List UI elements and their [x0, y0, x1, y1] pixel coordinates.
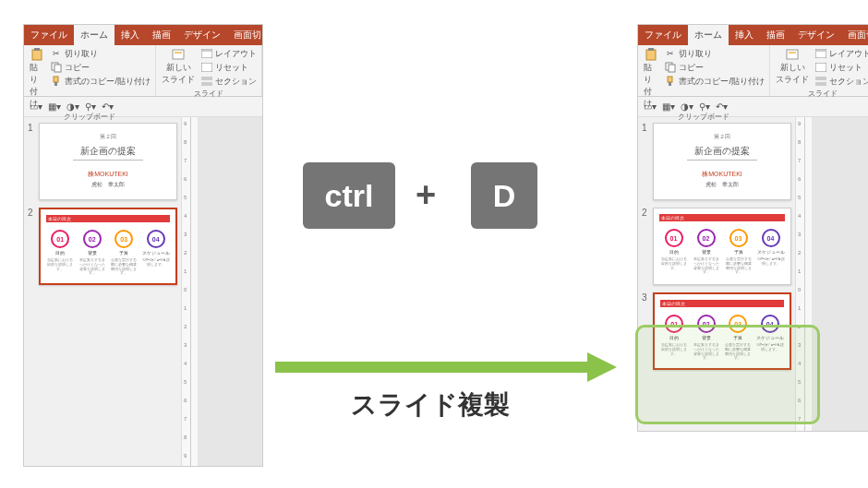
paste-button[interactable]: 貼り付け — [28, 47, 46, 111]
svg-rect-24 — [815, 77, 826, 80]
highlight-duplicated-slide — [635, 325, 820, 424]
svg-rect-7 — [175, 52, 182, 54]
agenda-text: 本提案をするきっかけとなった背景を説明します。 — [693, 257, 720, 275]
slide-2-preview: 本日の目次 01目的当提案における目的を説明します。 02背景本提案をするきっか… — [653, 208, 791, 285]
svg-rect-5 — [54, 82, 57, 86]
layout-icon — [200, 47, 213, 60]
scissors-icon: ✂ — [50, 47, 63, 60]
thumbnail-2[interactable]: 2 本日の目次 01目的当提案における目的を説明します。 02背景本提案をするき… — [28, 208, 177, 285]
layout-button[interactable]: レイアウト — [814, 47, 868, 60]
svg-rect-11 — [201, 77, 212, 80]
section-label: セクション — [829, 76, 868, 88]
ruler-tick: 7 — [798, 158, 801, 163]
paste-label: 貼り付け — [30, 62, 44, 110]
reset-button[interactable]: リセット — [814, 61, 868, 74]
slide1-small: 第２回 — [654, 133, 790, 141]
section-button[interactable]: セクション — [814, 75, 868, 88]
agenda-text: ﾏｽﾀｰｽｹｼﾞｭｰﾙを説明します。 — [142, 258, 170, 268]
cut-label: 切り取り — [65, 48, 98, 60]
thumb-number: 1 — [642, 123, 649, 200]
copy-label: コピー — [679, 62, 704, 74]
svg-rect-9 — [202, 50, 211, 52]
section-button[interactable]: セクション — [199, 75, 258, 88]
ruler-tick: 7 — [184, 158, 187, 163]
agenda-label: 目的 — [55, 250, 65, 256]
paste-icon — [645, 48, 657, 61]
tab-transition[interactable]: 画面切り替え — [227, 25, 295, 45]
cut-button[interactable]: ✂切り取り — [663, 47, 766, 60]
agenda-label: 予算 — [734, 249, 743, 255]
powerpoint-window-before: ファイル ホーム 挿入 描画 デザイン 画面切り替え 貼り付け ✂切り取り コピ… — [23, 24, 263, 467]
ribbon-tabs: ファイル ホーム 挿入 描画 デザイン 画面切り替え — [638, 25, 868, 45]
new-slide-button[interactable]: 新しい スライド — [160, 47, 197, 87]
new-slide-label: 新しい スライド — [776, 62, 809, 86]
reset-icon — [200, 61, 213, 74]
copy-button[interactable]: コピー — [49, 61, 151, 74]
ruler-tick: 9 — [184, 453, 187, 458]
tab-design[interactable]: デザイン — [791, 25, 841, 45]
tab-draw[interactable]: 描画 — [146, 25, 177, 45]
tab-design[interactable]: デザイン — [177, 25, 227, 45]
svg-rect-23 — [815, 63, 826, 72]
agenda-text: 企画を実行する際に必要な概算費用を説明します。 — [725, 257, 753, 275]
ribbon-group-slides: 新しい スライド レイアウト リセット セクション スライド — [156, 45, 262, 96]
ribbon-group-clipboard: 貼り付け ✂切り取り コピー 書式のコピー/貼り付け クリップボード — [638, 45, 770, 96]
agenda-label: 背景 — [88, 250, 97, 256]
layout-button[interactable]: レイアウト — [199, 47, 258, 60]
svg-rect-13 — [646, 50, 656, 60]
tab-file[interactable]: ファイル — [24, 25, 74, 45]
agenda-num: 01 — [51, 230, 69, 248]
thumb-number: 1 — [28, 123, 35, 200]
format-painter-button[interactable]: 書式のコピー/貼り付け — [663, 75, 766, 88]
ruler-tick: 7 — [184, 416, 187, 422]
agenda-bar: 本日の目次 — [660, 300, 784, 307]
slide-2-preview: 本日の目次 01目的当提案における目的を説明します。 02背景本提案をするきっか… — [39, 208, 177, 285]
svg-rect-6 — [173, 50, 184, 59]
tab-insert[interactable]: 挿入 — [115, 25, 146, 45]
agenda-text: 当提案における目的を説明します。 — [660, 257, 688, 270]
section-label: セクション — [215, 76, 257, 88]
thumbnail-1[interactable]: 1 第２回 新企画の提案 株MOKUTEKI 虎松 幸太郎 — [642, 123, 791, 200]
agenda-label: スケジュール — [142, 250, 170, 256]
tab-draw[interactable]: 描画 — [760, 25, 791, 45]
svg-rect-25 — [815, 82, 826, 86]
scissors-icon: ✂ — [664, 47, 677, 60]
paste-button[interactable]: 貼り付け — [642, 47, 660, 111]
agenda-bar: 本日の目次 — [659, 214, 785, 221]
ribbon-group-slides: 新しい スライド レイアウト リセット セクション スライド — [770, 45, 868, 96]
copy-button[interactable]: コピー — [663, 61, 766, 74]
thumbnail-1[interactable]: 1 第２回 新企画の提案 株MOKUTEKI 虎松 幸太郎 — [28, 123, 177, 200]
new-slide-icon — [172, 48, 185, 61]
reset-button[interactable]: リセット — [199, 61, 258, 74]
clipboard-group-label: クリップボード — [642, 111, 766, 122]
svg-rect-16 — [669, 65, 675, 72]
tab-file[interactable]: ファイル — [638, 25, 688, 45]
tab-home[interactable]: ホーム — [74, 25, 115, 45]
format-painter-button[interactable]: 書式のコピー/貼り付け — [49, 75, 151, 88]
agenda-num: 03 — [115, 230, 133, 248]
tab-transition[interactable]: 画面切り替え — [841, 25, 868, 45]
agenda-label: 目的 — [669, 249, 679, 255]
thumbnail-2[interactable]: 2 本日の目次 01目的当提案における目的を説明します。 02背景本提案をするき… — [642, 208, 791, 285]
svg-rect-18 — [669, 82, 671, 86]
agenda-num: 01 — [665, 229, 683, 247]
cut-button[interactable]: ✂切り取り — [49, 47, 151, 60]
new-slide-button[interactable]: 新しい スライド — [774, 47, 811, 87]
svg-rect-0 — [32, 50, 42, 60]
reset-label: リセット — [829, 62, 862, 74]
ruler-tick: 2 — [184, 250, 187, 256]
new-slide-label: 新しい スライド — [162, 62, 195, 86]
tab-insert[interactable]: 挿入 — [729, 25, 760, 45]
agenda-label: スケジュール — [757, 249, 785, 255]
slide1-title: 新企画の提案 — [73, 145, 143, 161]
agenda-items: 01目的当提案における目的を説明します。 02背景本提案をするきっかけとなった背… — [44, 230, 172, 276]
svg-rect-19 — [787, 50, 798, 59]
tab-home[interactable]: ホーム — [688, 25, 729, 45]
agenda-items: 01目的当提案における目的を説明します。 02背景本提案をするきっかけとなった背… — [657, 229, 787, 275]
ruler-tick: 4 — [798, 213, 801, 219]
ribbon-tabs: ファイル ホーム 挿入 描画 デザイン 画面切り替え — [24, 25, 262, 45]
agenda-num: 04 — [147, 230, 165, 248]
caption: スライド複製 — [351, 387, 510, 423]
reset-icon — [814, 61, 827, 74]
thumb-number: 2 — [642, 208, 649, 285]
